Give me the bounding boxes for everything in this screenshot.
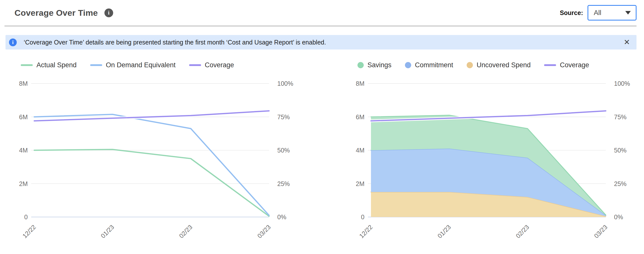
source-label: Source: <box>560 9 583 17</box>
x-axis-tick-label: 02/23 <box>178 223 194 239</box>
y-axis-left-tick-label: 6M <box>356 114 364 121</box>
x-axis-tick-label: 03/23 <box>592 223 608 239</box>
y-axis-right-tick-label: 100% <box>614 80 630 87</box>
y-axis-right-tick-label: 75% <box>614 114 626 121</box>
info-icon[interactable]: i <box>104 9 113 17</box>
legend-label: Actual Spend <box>36 61 77 69</box>
x-axis-tick-label: 01/23 <box>100 223 116 239</box>
legend-item-coverage[interactable]: Coverage <box>544 61 589 69</box>
legend-label: Commitment <box>415 61 453 69</box>
y-axis-right-tick-label: 50% <box>277 147 290 154</box>
source-dropdown[interactable]: All <box>588 5 636 21</box>
x-axis-tick-label: 01/23 <box>436 223 452 239</box>
y-axis-left-tick-label: 4M <box>19 147 28 154</box>
y-axis-right-tick-label: 50% <box>614 147 626 154</box>
legend-item-actual-spend[interactable]: Actual Spend <box>21 61 77 69</box>
y-axis-right-tick-label: 100% <box>277 80 293 87</box>
coverage-over-time-page: { "header": { "title": "Coverage Over Ti… <box>0 0 644 254</box>
info-icon: i <box>9 39 17 46</box>
spend-coverage-line-chart: Actual SpendOn Demand EquivalentCoverage… <box>6 60 301 248</box>
y-axis-left-tick-label: 0 <box>24 213 28 220</box>
y-axis-right-tick-label: 0% <box>277 213 286 220</box>
banner-text: ‘Coverage Over Time’ details are being p… <box>24 39 326 46</box>
legend-item-commitment[interactable]: Commitment <box>405 61 453 69</box>
y-axis-left-tick-label: 8M <box>356 80 364 87</box>
legend-label: Uncovered Spend <box>477 61 530 69</box>
savings-legend-marker-icon <box>358 62 364 68</box>
savings-stacked-area-chart: SavingsCommitmentUncovered SpendCoverage… <box>343 60 638 248</box>
x-axis-tick-label: 12/22 <box>21 223 37 239</box>
y-axis-right-tick-label: 75% <box>277 114 290 121</box>
panel-header: Coverage Over Time i Source: All <box>0 0 644 26</box>
y-axis-left-tick-label: 0 <box>361 213 364 220</box>
line-chart-canvas: 00%2M25%4M50%6M75%8M100%12/2201/2302/230… <box>6 74 301 248</box>
y-axis-left-tick-label: 4M <box>356 147 364 154</box>
charts-row: Actual SpendOn Demand EquivalentCoverage… <box>0 60 644 248</box>
x-axis-tick-label: 02/23 <box>514 223 530 239</box>
coverage-legend-marker-icon <box>189 64 201 66</box>
actual-spend-line <box>34 149 269 216</box>
chart-legend: Actual SpendOn Demand EquivalentCoverage <box>21 60 301 70</box>
commitment-legend-marker-icon <box>405 62 411 68</box>
y-axis-left-tick-label: 2M <box>19 180 28 187</box>
legend-item-savings[interactable]: Savings <box>358 61 392 69</box>
actual-spend-legend-marker-icon <box>21 64 33 66</box>
area-chart-canvas: 00%2M25%4M50%6M75%8M100%12/2201/2302/230… <box>343 74 638 248</box>
y-axis-left-tick-label: 6M <box>19 114 28 121</box>
on-demand-equivalent-line <box>34 114 269 215</box>
y-axis-right-tick-label: 25% <box>614 180 626 187</box>
source-dropdown-value: All <box>588 9 601 17</box>
uncovered-spend-legend-marker-icon <box>467 62 473 68</box>
y-axis-right-tick-label: 25% <box>277 180 290 187</box>
x-axis-tick-label: 03/23 <box>256 223 272 239</box>
legend-label: Coverage <box>205 61 234 69</box>
legend-label: Savings <box>368 61 392 69</box>
source-control: Source: All <box>560 5 636 21</box>
legend-item-uncovered-spend[interactable]: Uncovered Spend <box>467 61 530 69</box>
info-glyph: i <box>12 40 14 45</box>
y-axis-left-tick-label: 2M <box>356 180 364 187</box>
header-divider <box>4 26 636 27</box>
x-axis-tick-label: 12/22 <box>358 223 374 239</box>
close-icon[interactable]: ✕ <box>624 39 630 46</box>
on-demand-equivalent-legend-marker-icon <box>90 64 102 66</box>
info-glyph: i <box>108 10 110 16</box>
page-title: Coverage Over Time <box>14 8 98 18</box>
legend-label: On Demand Equivalent <box>106 61 176 69</box>
y-axis-right-tick-label: 0% <box>614 213 623 220</box>
legend-item-coverage[interactable]: Coverage <box>189 61 234 69</box>
y-axis-left-tick-label: 8M <box>19 80 28 87</box>
info-banner: i ‘Coverage Over Time’ details are being… <box>6 35 636 50</box>
chart-legend: SavingsCommitmentUncovered SpendCoverage <box>358 60 638 70</box>
chevron-down-icon <box>625 11 631 15</box>
legend-item-on-demand-equivalent[interactable]: On Demand Equivalent <box>90 61 176 69</box>
legend-label: Coverage <box>560 61 589 69</box>
coverage-legend-marker-icon <box>544 64 556 66</box>
